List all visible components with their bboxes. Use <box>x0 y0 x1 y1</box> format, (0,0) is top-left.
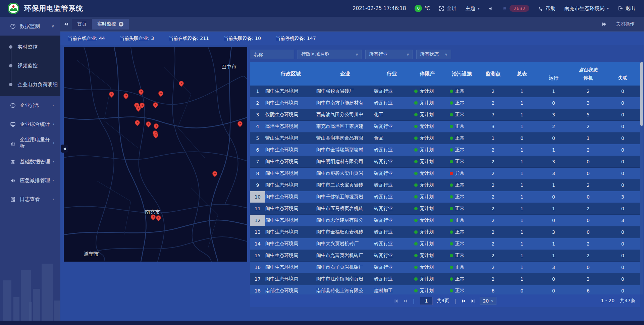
close-icon[interactable]: × <box>119 22 123 26</box>
col-monitor-points: 监测点 <box>479 71 507 77</box>
cell-company: 阆中大兴页岩机砖厂 <box>316 241 374 247</box>
status-dot-green <box>414 242 418 246</box>
status-dot-green <box>450 289 453 292</box>
next-page-button[interactable] <box>462 299 467 304</box>
sidebar-item-6[interactable]: 应急减排管理‹ <box>0 171 60 190</box>
sidebar-item-label: 应急减排管理 <box>20 177 50 184</box>
mute-button[interactable] <box>488 6 493 11</box>
org-label: 南充市生态环境局 <box>564 5 604 12</box>
table-row[interactable]: 16阆中生态环境局阆中市石子页岩机砖厂砖瓦行业无计划正常21300 <box>250 262 640 273</box>
map-panel[interactable]: 巴中市南充市遂宁市 <box>64 47 247 262</box>
cell-halt: 3 <box>571 276 605 282</box>
status-select[interactable]: 所有状态 ∨ <box>416 50 451 59</box>
cell-run: 0 <box>536 136 571 141</box>
table-row[interactable]: 18南部生态环境局南部县砖化上河有限公建材加工无计划正常60060 <box>250 285 640 294</box>
status-dot-green <box>450 137 453 140</box>
fullscreen-button[interactable]: 全屏 <box>439 5 457 12</box>
table-row[interactable]: 13阆中生态环境局阆中市金福旺页岩机砖砖瓦行业无计划正常21300 <box>250 226 640 238</box>
last-page-button[interactable] <box>471 299 476 304</box>
name-search-input[interactable] <box>250 50 294 59</box>
tab-realtime-monitor[interactable]: 实时监控 × <box>92 19 129 30</box>
prev-page-button[interactable] <box>402 299 408 304</box>
cell-region: 阆中生态环境局 <box>265 159 316 165</box>
cell-pollution-facility: 正常 <box>445 206 479 212</box>
table-scrollbar[interactable] <box>640 62 643 294</box>
table-row[interactable]: 5营山生态环境局营山县润丰肉食品有限食品无计划正常10010 <box>250 132 640 144</box>
table-row[interactable]: 15阆中生态环境局阆中市光富页岩机砖厂砖瓦行业无计划正常21120 <box>250 250 640 262</box>
table-row[interactable]: 2阆中生态环境局阆中市南方节能建材有砖瓦行业无计划正常21030 <box>250 97 640 109</box>
submenu-dot-icon <box>9 45 12 49</box>
help-button[interactable]: 帮助 <box>538 5 555 12</box>
table-row[interactable]: 11阆中生态环境局阆中市五马桥页岩机砖砖瓦行业无计划正常21120 <box>250 203 640 215</box>
theme-dropdown[interactable]: 主题 ▾ <box>465 5 480 12</box>
page-number-input[interactable] <box>420 297 433 305</box>
table-row[interactable]: 3仪陇生态环境局西南油气田分公司川中化工无计划正常71350 <box>250 109 640 121</box>
table-row[interactable]: 9阆中生态环境局阆中市二龙长宝页岩砖砖瓦行业无计划正常21120 <box>250 179 640 191</box>
stop-production-label: 无计划 <box>420 253 434 259</box>
table-row[interactable]: 8阆中生态环境局阆中市枣碧大梁山页岩砖瓦行业无计划异常21300 <box>250 168 640 179</box>
status-dot-green <box>450 90 453 93</box>
stop-production-label: 无计划 <box>420 135 434 141</box>
cell-meters: 1 <box>507 265 536 270</box>
cell-lost: 0 <box>605 112 640 117</box>
row-index-value: 2 <box>256 100 259 106</box>
sidebar-item-4[interactable]: 企业用电量分析‹ <box>0 133 60 152</box>
industry-select[interactable]: 所有行业 ∨ <box>365 50 413 59</box>
sidebar-item-3[interactable]: 企业综合统计‹ <box>0 115 60 133</box>
cell-points: 2 <box>479 241 507 247</box>
sidebar-subitem[interactable]: 企业电力负荷明细 <box>0 75 60 94</box>
stop-production-label: 无计划 <box>420 170 434 176</box>
sidebar-item-5[interactable]: 基础数据管理‹ <box>0 152 60 171</box>
chevron-down-icon: ▾ <box>478 6 480 11</box>
cell-pollution-facility: 正常 <box>445 112 479 118</box>
cell-halt: 0 <box>571 218 605 223</box>
stat-item: 当前失联企业: 3 <box>120 36 154 42</box>
tabs-scroll-right-button[interactable] <box>602 21 607 27</box>
table-row[interactable]: 4高坪生态环境局南充市高坪区王家店建砖瓦行业无计划正常31220 <box>250 121 640 132</box>
chevron-left-icon: ‹ <box>53 122 54 126</box>
stop-production-label: 无计划 <box>420 206 434 212</box>
cell-pollution-facility: 正常 <box>445 264 479 270</box>
cell-stop-production: 无计划 <box>410 112 445 118</box>
table-row[interactable]: 6阆中生态环境局阆中市金博瑞新型墙材砖瓦行业无计划正常21120 <box>250 144 640 156</box>
tab-home[interactable]: 首页 <box>72 19 92 30</box>
org-dropdown[interactable]: 南充市生态环境局 ▾ <box>564 5 609 12</box>
sidebar-subitem[interactable]: 实时监控 <box>0 38 60 56</box>
region-select[interactable]: 行政区域名称 ∨ <box>298 50 362 59</box>
cell-region: 阆中生态环境局 <box>265 206 316 212</box>
page-size-select[interactable]: 20 ∨ <box>480 297 496 305</box>
notifications[interactable]: 2632 <box>502 5 530 12</box>
facility-status-label: 正常 <box>455 112 465 118</box>
status-dot-green <box>450 219 453 222</box>
datetime: 2021-02-25 17:46:18 <box>353 5 406 11</box>
panel-collapse-button[interactable]: ◀ <box>61 145 68 153</box>
logout-button[interactable]: 退出 <box>618 5 635 12</box>
cell-meters: 1 <box>507 182 536 188</box>
first-page-button[interactable] <box>393 299 398 304</box>
stop-production-label: 无计划 <box>420 241 434 247</box>
sidebar-item-1[interactable]: 数据监测∨ <box>0 17 60 36</box>
sidebar-subitem[interactable]: 视频监控 <box>0 56 60 75</box>
table-row[interactable]: 14阆中生态环境局阆中大兴页岩机砖厂砖瓦行业无计划正常21120 <box>250 238 640 250</box>
table-row[interactable]: 17阆中生态环境局阆中市江南镇阆南页岩砖瓦行业无计划正常21030 <box>250 273 640 285</box>
row-index-highlight: 12 <box>250 215 265 226</box>
table-row[interactable]: 1阆中生态环境局阆中强锐页岩砖厂砖瓦行业无计划正常21120 <box>250 86 640 97</box>
tabs-scroll-left-button[interactable] <box>60 19 72 30</box>
table-row[interactable]: 10阆中生态环境局阆中千佛镇五郎垭页岩砖瓦行业无计划正常21003 <box>250 191 640 203</box>
cell-meters: 1 <box>507 253 536 258</box>
status-dot-green <box>450 125 453 128</box>
row-index-value: 16 <box>255 265 261 270</box>
facility-status-label: 正常 <box>455 276 465 282</box>
stop-production-label: 无计划 <box>420 194 434 200</box>
tab-home-label: 首页 <box>77 21 87 27</box>
cell-region: 阆中生态环境局 <box>265 276 316 282</box>
sidebar-item-7[interactable]: 日志查看‹ <box>0 190 60 209</box>
cell-stop-production: 无计划 <box>410 264 445 270</box>
col-total-meters: 总表 <box>507 71 536 77</box>
table-row[interactable]: 12阆中生态环境局阆中市忠信建材有限公砖瓦行业无计划正常21003 <box>250 215 640 226</box>
stats-board-icon <box>10 121 16 127</box>
table-row[interactable]: 7阆中生态环境局阆中明阳建材有限公司砖瓦行业无计划正常21300 <box>250 156 640 168</box>
sidebar-item-2[interactable]: 企业异常‹ <box>0 96 60 115</box>
facility-status-label: 正常 <box>455 229 465 235</box>
close-operations-button[interactable]: 关闭操作 <box>616 21 635 27</box>
